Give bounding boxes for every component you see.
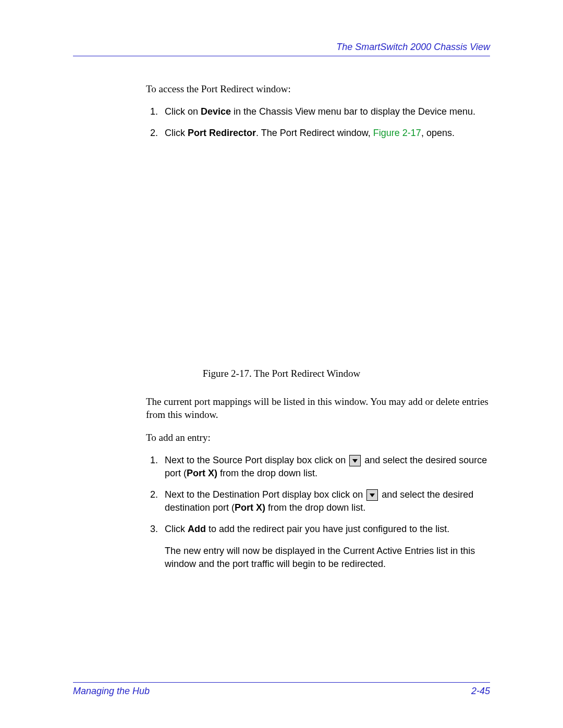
body-paragraph: The current port mappings will be listed…	[146, 395, 490, 422]
step-text: Click	[165, 128, 188, 138]
add-button-label: Add	[188, 524, 206, 534]
step-text: from the drop down list.	[217, 468, 317, 478]
list-item: Next to the Source Port display box clic…	[161, 454, 490, 480]
step-text: from the drop down list.	[265, 502, 365, 513]
port-x-label: Port X)	[187, 468, 217, 478]
figure-caption: Figure 2-17. The Port Redirect Window	[73, 367, 490, 380]
figure-placeholder	[73, 148, 490, 367]
header-title: The SmartSwitch 2000 Chassis View	[336, 42, 490, 52]
port-x-label: Port X)	[235, 502, 265, 513]
page-footer: Managing the Hub 2-45	[73, 682, 490, 697]
list-item: Next to the Destination Port display box…	[161, 488, 490, 514]
step-text: Next to the Source Port display box clic…	[165, 455, 348, 465]
list-item: Click on Device in the Chassis View menu…	[161, 105, 490, 118]
dropdown-arrow-icon	[349, 455, 361, 466]
menu-redirector-label: Redirector	[209, 128, 256, 138]
menu-port-label: Port	[188, 128, 209, 138]
step-text: in the Chassis View menu bar to display …	[231, 106, 475, 117]
access-steps-list: Click on Device in the Chassis View menu…	[146, 105, 490, 140]
figure-reference-link[interactable]: Figure 2-17	[373, 128, 421, 138]
add-entry-steps-list: Next to the Source Port display box clic…	[146, 454, 490, 571]
step-text: , opens.	[421, 128, 455, 138]
footer-page-number: 2-45	[471, 686, 490, 697]
page-header: The SmartSwitch 2000 Chassis View	[73, 42, 490, 56]
step-text: Next to the Destination Port display box…	[165, 489, 365, 500]
intro-text: To access the Port Redirect window:	[146, 82, 490, 96]
menu-device-label: Device	[201, 106, 231, 117]
step-text: Click on	[165, 106, 201, 117]
add-entry-intro: To add an entry:	[146, 431, 490, 445]
footer-section-title: Managing the Hub	[73, 686, 150, 697]
list-item: Click Add to add the redirect pair you h…	[161, 523, 490, 571]
document-page: The SmartSwitch 2000 Chassis View To acc…	[0, 0, 563, 728]
step-text: to add the redirect pair you have just c…	[206, 524, 449, 534]
step-followup-text: The new entry will now be displayed in t…	[165, 545, 490, 571]
step-text: Click	[165, 524, 188, 534]
dropdown-arrow-icon	[366, 489, 378, 501]
list-item: Click Port Redirector. The Port Redirect…	[161, 127, 490, 140]
step-text: . The Port Redirect window,	[256, 128, 373, 138]
